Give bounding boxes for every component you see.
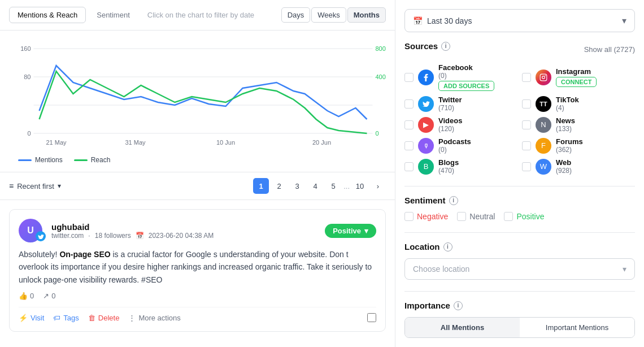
importance-info-icon[interactable]: i — [454, 301, 463, 310]
location-chevron-icon: ▾ — [623, 264, 626, 274]
tiktok-icon: TT — [536, 96, 551, 112]
web-icon: W — [536, 159, 551, 175]
sentiment-negative-checkbox[interactable] — [404, 212, 414, 221]
sources-section: Sources i Show all (2727) Facebook (0) A… — [404, 41, 635, 175]
importance-title: Importance i — [404, 301, 635, 310]
importance-section: Importance i All Mentions Important Ment… — [404, 301, 635, 338]
tab-sentiment[interactable]: Sentiment — [88, 7, 138, 23]
location-select[interactable]: Choose location ▾ — [404, 258, 635, 280]
post-text: Absolutely! On-page SEO is a crucial fac… — [19, 248, 376, 286]
sort-bar: ≡ Recent first ▾ 1 2 3 4 5 ... 10 › — [0, 172, 395, 200]
sentiment-title: Sentiment i — [404, 196, 635, 205]
facebook-icon — [418, 70, 434, 85]
more-actions-button[interactable]: ⋮ More actions — [128, 314, 180, 322]
date-picker[interactable]: 📅 Last 30 days ▾ — [404, 9, 635, 32]
importance-tab-all[interactable]: All Mentions — [405, 318, 520, 337]
blogs-icon: B — [418, 159, 434, 175]
time-btn-days[interactable]: Days — [281, 7, 311, 23]
svg-text:20 Jun: 20 Jun — [312, 139, 331, 146]
share-count: ↗ 0 — [43, 292, 55, 300]
date-picker-left: 📅 Last 30 days — [413, 16, 472, 25]
source-web-checkbox[interactable] — [522, 162, 531, 171]
chart-area: 160 80 0 800 K 400 K 0 21 May 31 May 10 … — [0, 31, 395, 172]
legend-mentions: Mentions — [18, 156, 63, 164]
user-info: U ughubaid twitter.com · 18 followers 📅 … — [19, 219, 214, 242]
svg-point-15 — [542, 76, 545, 79]
source-forums: F Forums (362) — [522, 137, 635, 154]
news-icon: N — [536, 117, 551, 133]
page-btn-2[interactable]: 2 — [271, 178, 287, 194]
delete-button[interactable]: 🗑 Delete — [88, 314, 120, 322]
videos-icon: ▶ — [418, 117, 434, 133]
twitter-badge — [36, 231, 46, 241]
sources-info-icon[interactable]: i — [441, 42, 450, 51]
forums-icon: F — [536, 138, 551, 154]
date-picker-chevron-icon: ▾ — [622, 15, 626, 26]
source-instagram-checkbox[interactable] — [522, 73, 531, 82]
source-facebook-checkbox[interactable] — [404, 73, 414, 82]
importance-tab-important[interactable]: Important Mentions — [520, 318, 634, 337]
sentiment-info-icon[interactable]: i — [449, 196, 458, 205]
source-podcasts-checkbox[interactable] — [404, 141, 414, 150]
mentions-chart[interactable]: 160 80 0 800 K 400 K 0 21 May 31 May 10 … — [9, 37, 386, 150]
tabs-bar: Mentions & Reach Sentiment Click on the … — [0, 0, 395, 31]
source-twitter-checkbox[interactable] — [404, 99, 414, 109]
source-tiktok-checkbox[interactable] — [522, 99, 531, 109]
source-podcasts: 🎙 Podcasts (0) — [404, 137, 517, 154]
add-sources-button[interactable]: ADD SOURCES — [438, 81, 494, 91]
instagram-connect-button[interactable]: CONNECT — [556, 77, 597, 87]
svg-text:0: 0 — [376, 130, 379, 137]
page-btn-10[interactable]: 10 — [352, 178, 368, 194]
user-sub: twitter.com · 18 followers 📅 2023-06-20 … — [51, 232, 214, 240]
page-btn-3[interactable]: 3 — [289, 178, 305, 194]
sentiment-positive[interactable]: Positive — [504, 212, 544, 221]
location-info-icon[interactable]: i — [443, 242, 452, 251]
svg-text:800 K: 800 K — [376, 45, 386, 52]
tab-mentions-reach[interactable]: Mentions & Reach — [9, 7, 86, 23]
importance-tabs: All Mentions Important Mentions — [404, 317, 635, 338]
sort-button[interactable]: ≡ Recent first ▾ — [9, 181, 61, 190]
source-twitter: Twitter (710) — [404, 96, 517, 112]
svg-text:160: 160 — [20, 45, 31, 52]
post-date: 2023-06-20 04:38 AM — [149, 232, 214, 240]
source-blogs-checkbox[interactable] — [404, 162, 414, 171]
post-select-checkbox[interactable] — [367, 313, 376, 322]
page-next-icon[interactable]: › — [370, 178, 386, 194]
page-btn-4[interactable]: 4 — [307, 178, 323, 194]
sentiment-negative[interactable]: Negative — [404, 212, 448, 221]
legend-reach: Reach — [74, 156, 111, 164]
pagination: 1 2 3 4 5 ... 10 › — [253, 178, 386, 194]
post-source: twitter.com — [51, 232, 84, 240]
page-btn-5[interactable]: 5 — [325, 178, 341, 194]
svg-text:400 K: 400 K — [376, 73, 386, 80]
chart-hint: Click on the chart to filter by date — [147, 11, 279, 19]
chart-legend: Mentions Reach — [9, 153, 386, 167]
svg-text:0: 0 — [27, 130, 31, 137]
sentiment-neutral[interactable]: Neutral — [457, 212, 495, 221]
time-btn-weeks[interactable]: Weeks — [311, 7, 346, 23]
sentiment-positive-checkbox[interactable] — [504, 212, 513, 221]
sentiment-badge[interactable]: Positive ▾ — [325, 224, 376, 238]
source-forums-checkbox[interactable] — [522, 141, 531, 150]
post-actions: ⚡ Visit 🏷 Tags 🗑 Delete ⋮ More actions — [19, 307, 376, 322]
sentiment-row: Negative Neutral Positive — [404, 212, 635, 221]
source-web: W Web (928) — [522, 158, 635, 175]
location-placeholder: Choose location — [413, 264, 469, 274]
left-panel: Mentions & Reach Sentiment Click on the … — [0, 0, 395, 347]
right-panel: 📅 Last 30 days ▾ Sources i Show all (272… — [395, 0, 644, 347]
svg-rect-14 — [540, 74, 547, 81]
source-news-checkbox[interactable] — [522, 120, 531, 129]
twitter-icon — [418, 96, 434, 112]
page-btn-1[interactable]: 1 — [253, 178, 269, 194]
sentiment-neutral-checkbox[interactable] — [457, 212, 466, 221]
tags-button[interactable]: 🏷 Tags — [53, 314, 79, 322]
visit-button[interactable]: ⚡ Visit — [19, 314, 44, 322]
like-count: 👍 0 — [19, 292, 34, 300]
divider-1 — [404, 186, 635, 186]
show-all-sources[interactable]: Show all (2727) — [584, 45, 635, 54]
sources-header: Sources i Show all (2727) — [404, 41, 635, 58]
time-btn-months[interactable]: Months — [347, 7, 386, 23]
source-blogs: B Blogs (470) — [404, 158, 517, 175]
post-followers: 18 followers — [95, 232, 131, 240]
source-videos-checkbox[interactable] — [404, 120, 414, 129]
